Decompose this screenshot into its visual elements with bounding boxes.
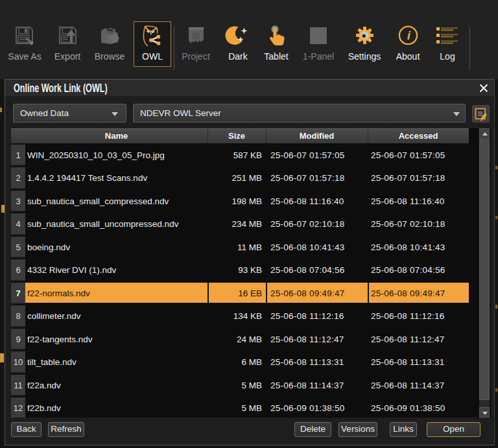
svg-text:i: i xyxy=(407,29,411,42)
